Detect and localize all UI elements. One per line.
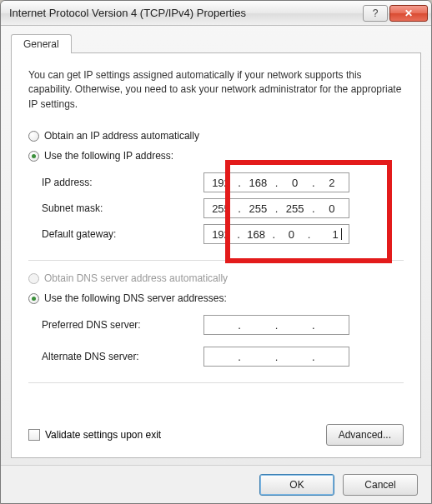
tab-panel-general: You can get IP settings assigned automat… xyxy=(11,52,421,458)
cancel-button[interactable]: Cancel xyxy=(343,474,418,496)
tab-general[interactable]: General xyxy=(11,34,72,53)
separator xyxy=(28,260,404,261)
close-icon: ✕ xyxy=(404,7,413,19)
dot-icon: . xyxy=(238,351,241,363)
dot-icon: . xyxy=(308,228,311,241)
radio-label: Use the following IP address: xyxy=(44,150,173,162)
row-subnet-mask: Subnet mask: 255. 255. 255. 0 xyxy=(28,198,404,218)
dot-icon: . xyxy=(312,202,315,215)
dialog-window: Internet Protocol Version 4 (TCP/IPv4) P… xyxy=(0,0,432,504)
radio-dns-auto: Obtain DNS server address automatically xyxy=(28,272,404,284)
ip-octet[interactable]: 255 xyxy=(246,202,269,215)
advanced-button[interactable]: Advanced... xyxy=(326,424,404,446)
ip-octet[interactable]: 255 xyxy=(284,202,307,215)
ok-button[interactable]: OK xyxy=(259,474,334,496)
separator xyxy=(28,382,404,383)
row-ip-address: IP address: 192. 168. 0. 2 xyxy=(28,172,404,192)
dot-icon: . xyxy=(312,351,315,363)
dot-icon: . xyxy=(312,177,315,189)
dot-icon: . xyxy=(273,228,276,241)
close-button[interactable]: ✕ xyxy=(389,5,428,22)
row-dns-preferred: Preferred DNS server: . . . xyxy=(28,315,404,335)
radio-icon xyxy=(28,273,39,284)
radio-icon xyxy=(28,293,39,304)
window-title: Internet Protocol Version 4 (TCP/IPv4) P… xyxy=(9,7,361,19)
dot-icon: . xyxy=(238,319,241,332)
label-dns-alternate: Alternate DNS server: xyxy=(28,351,203,362)
label-subnet-mask: Subnet mask: xyxy=(28,202,203,214)
input-ip-address[interactable]: 192. 168. 0. 2 xyxy=(203,172,349,192)
ip-octet[interactable]: 1 xyxy=(315,228,339,241)
radio-label: Obtain an IP address automatically xyxy=(44,130,199,142)
panel-bottom-row: Validate settings upon exit Advanced... xyxy=(28,424,404,446)
dot-icon: . xyxy=(237,228,240,241)
radio-label: Use the following DNS server addresses: xyxy=(44,292,227,304)
checkbox-icon xyxy=(28,429,40,441)
intro-text: You can get IP settings assigned automat… xyxy=(28,68,404,112)
ip-octet[interactable]: 2 xyxy=(320,177,344,189)
text-caret-icon xyxy=(341,228,342,240)
label-ip-address: IP address: xyxy=(28,177,203,188)
radio-dns-manual[interactable]: Use the following DNS server addresses: xyxy=(28,292,404,304)
ip-octet[interactable]: 168 xyxy=(244,228,268,241)
ip-octet[interactable]: 192 xyxy=(209,228,233,241)
dot-icon: . xyxy=(238,202,241,215)
help-icon: ? xyxy=(373,7,379,19)
checkbox-label: Validate settings upon exit xyxy=(45,429,161,441)
input-default-gateway[interactable]: 192. 168. 0. 1 xyxy=(203,224,349,244)
radio-icon xyxy=(28,131,39,142)
dot-icon: . xyxy=(312,319,315,332)
radio-icon xyxy=(28,151,39,162)
row-dns-alternate: Alternate DNS server: . . . xyxy=(28,347,404,367)
dot-icon: . xyxy=(275,351,279,363)
row-default-gateway: Default gateway: 192. 168. 0. 1 xyxy=(28,224,404,244)
input-dns-preferred[interactable]: . . . xyxy=(203,315,349,335)
dot-icon: . xyxy=(238,177,241,189)
ip-octet[interactable]: 0 xyxy=(284,177,307,189)
ip-octet[interactable]: 0 xyxy=(320,202,344,215)
label-dns-preferred: Preferred DNS server: xyxy=(28,319,203,331)
ip-octet[interactable]: 168 xyxy=(246,177,269,189)
titlebar: Internet Protocol Version 4 (TCP/IPv4) P… xyxy=(1,1,431,26)
ip-octet[interactable]: 0 xyxy=(279,228,303,241)
radio-ip-auto[interactable]: Obtain an IP address automatically xyxy=(28,130,404,142)
ip-octet[interactable]: 192 xyxy=(209,177,233,189)
label-default-gateway: Default gateway: xyxy=(28,228,203,240)
dot-icon: . xyxy=(275,177,279,189)
tabstrip: General xyxy=(11,34,421,52)
input-dns-alternate[interactable]: . . . xyxy=(203,347,349,367)
input-subnet-mask[interactable]: 255. 255. 255. 0 xyxy=(203,198,349,218)
ip-octet[interactable]: 255 xyxy=(209,202,233,215)
radio-label: Obtain DNS server address automatically xyxy=(44,272,228,284)
dot-icon: . xyxy=(275,319,279,332)
checkbox-validate[interactable]: Validate settings upon exit xyxy=(28,429,326,441)
radio-ip-manual[interactable]: Use the following IP address: xyxy=(28,150,404,162)
help-button[interactable]: ? xyxy=(363,5,388,22)
dialog-body: General You can get IP settings assigned… xyxy=(1,26,431,465)
dialog-footer: OK Cancel xyxy=(1,465,431,503)
ip-fields-group: IP address: 192. 168. 0. 2 Subnet mask: … xyxy=(28,167,404,250)
dot-icon: . xyxy=(275,202,279,215)
